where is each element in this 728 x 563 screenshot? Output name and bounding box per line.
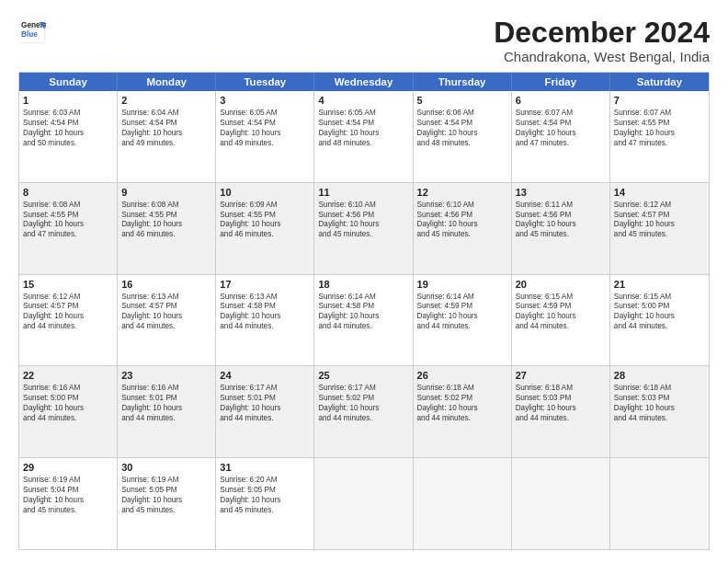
cell-text-20: Sunrise: 6:15 AM Sunset: 4:59 PM Dayligh…: [516, 293, 606, 332]
cal-cell-2-3: 18Sunrise: 6:14 AM Sunset: 4:58 PM Dayli…: [314, 275, 413, 366]
cell-text-25: Sunrise: 6:17 AM Sunset: 5:02 PM Dayligh…: [318, 384, 408, 423]
cal-row-1: 8Sunrise: 6:08 AM Sunset: 4:55 PM Daylig…: [19, 183, 709, 275]
cell-text-2: Sunrise: 6:04 AM Sunset: 4:54 PM Dayligh…: [121, 109, 211, 148]
cell-text-13: Sunrise: 6:11 AM Sunset: 4:56 PM Dayligh…: [516, 201, 606, 240]
day-number-7: 7: [614, 94, 705, 108]
cal-cell-3-2: 24Sunrise: 6:17 AM Sunset: 5:01 PM Dayli…: [216, 366, 314, 457]
day-number-28: 28: [614, 369, 705, 383]
general-blue-logo-icon: General Blue: [18, 17, 46, 44]
cell-text-14: Sunrise: 6:12 AM Sunset: 4:57 PM Dayligh…: [614, 201, 705, 240]
header: General Blue December 2024 Chandrakona, …: [18, 17, 710, 64]
day-number-6: 6: [516, 94, 606, 108]
cell-text-27: Sunrise: 6:18 AM Sunset: 5:03 PM Dayligh…: [516, 384, 606, 423]
cal-cell-4-3: [314, 458, 413, 549]
day-number-19: 19: [417, 278, 507, 292]
cal-cell-3-5: 27Sunrise: 6:18 AM Sunset: 5:03 PM Dayli…: [512, 366, 610, 457]
cal-cell-0-2: 3Sunrise: 6:05 AM Sunset: 4:54 PM Daylig…: [216, 91, 314, 182]
cell-text-12: Sunrise: 6:10 AM Sunset: 4:56 PM Dayligh…: [417, 201, 507, 240]
header-friday: Friday: [512, 73, 610, 91]
cal-cell-3-6: 28Sunrise: 6:18 AM Sunset: 5:03 PM Dayli…: [610, 366, 709, 457]
day-number-20: 20: [516, 278, 606, 292]
cell-text-16: Sunrise: 6:13 AM Sunset: 4:57 PM Dayligh…: [121, 293, 211, 332]
cal-cell-1-4: 12Sunrise: 6:10 AM Sunset: 4:56 PM Dayli…: [414, 183, 512, 274]
cell-text-17: Sunrise: 6:13 AM Sunset: 4:58 PM Dayligh…: [220, 293, 310, 332]
cell-text-9: Sunrise: 6:08 AM Sunset: 4:55 PM Dayligh…: [121, 201, 211, 240]
cal-cell-3-4: 26Sunrise: 6:18 AM Sunset: 5:02 PM Dayli…: [414, 366, 512, 457]
cell-text-29: Sunrise: 6:19 AM Sunset: 5:04 PM Dayligh…: [23, 476, 113, 515]
title-area: December 2024 Chandrakona, West Bengal, …: [494, 17, 710, 64]
cal-cell-0-1: 2Sunrise: 6:04 AM Sunset: 4:54 PM Daylig…: [118, 91, 216, 182]
cell-text-4: Sunrise: 6:05 AM Sunset: 4:54 PM Dayligh…: [318, 109, 408, 148]
header-sunday: Sunday: [19, 73, 118, 91]
day-number-18: 18: [318, 278, 408, 292]
day-number-12: 12: [417, 186, 507, 200]
header-monday: Monday: [118, 73, 216, 91]
cell-text-8: Sunrise: 6:08 AM Sunset: 4:55 PM Dayligh…: [23, 201, 113, 240]
day-number-27: 27: [516, 369, 606, 383]
cal-cell-3-3: 25Sunrise: 6:17 AM Sunset: 5:02 PM Dayli…: [314, 366, 413, 457]
cal-cell-1-2: 10Sunrise: 6:09 AM Sunset: 4:55 PM Dayli…: [216, 183, 314, 274]
cal-cell-1-3: 11Sunrise: 6:10 AM Sunset: 4:56 PM Dayli…: [314, 183, 413, 274]
header-tuesday: Tuesday: [216, 73, 314, 91]
cell-text-22: Sunrise: 6:16 AM Sunset: 5:00 PM Dayligh…: [23, 384, 113, 423]
svg-text:Blue: Blue: [21, 30, 38, 39]
day-number-5: 5: [417, 94, 507, 108]
day-number-17: 17: [220, 278, 310, 292]
cell-text-7: Sunrise: 6:07 AM Sunset: 4:55 PM Dayligh…: [614, 109, 705, 148]
cal-row-4: 29Sunrise: 6:19 AM Sunset: 5:04 PM Dayli…: [19, 458, 709, 549]
cell-text-28: Sunrise: 6:18 AM Sunset: 5:03 PM Dayligh…: [614, 384, 705, 423]
day-number-16: 16: [121, 278, 211, 292]
cal-row-0: 1Sunrise: 6:03 AM Sunset: 4:54 PM Daylig…: [19, 91, 709, 183]
header-thursday: Thursday: [414, 73, 512, 91]
cell-text-21: Sunrise: 6:15 AM Sunset: 5:00 PM Dayligh…: [614, 293, 705, 332]
header-saturday: Saturday: [610, 73, 709, 91]
cal-cell-2-1: 16Sunrise: 6:13 AM Sunset: 4:57 PM Dayli…: [118, 275, 216, 366]
main-title: December 2024: [494, 17, 710, 49]
cell-text-24: Sunrise: 6:17 AM Sunset: 5:01 PM Dayligh…: [220, 384, 310, 423]
cell-text-1: Sunrise: 6:03 AM Sunset: 4:54 PM Dayligh…: [23, 109, 113, 148]
day-number-11: 11: [318, 186, 408, 200]
cal-cell-3-1: 23Sunrise: 6:16 AM Sunset: 5:01 PM Dayli…: [118, 366, 216, 457]
day-number-26: 26: [417, 369, 507, 383]
cell-text-19: Sunrise: 6:14 AM Sunset: 4:59 PM Dayligh…: [417, 293, 507, 332]
cal-cell-4-5: [512, 458, 610, 549]
cal-cell-0-5: 6Sunrise: 6:07 AM Sunset: 4:54 PM Daylig…: [512, 91, 610, 182]
cell-text-30: Sunrise: 6:19 AM Sunset: 5:05 PM Dayligh…: [121, 476, 211, 515]
cal-cell-1-5: 13Sunrise: 6:11 AM Sunset: 4:56 PM Dayli…: [512, 183, 610, 274]
day-number-30: 30: [121, 461, 211, 475]
day-number-31: 31: [220, 461, 310, 475]
cal-cell-2-4: 19Sunrise: 6:14 AM Sunset: 4:59 PM Dayli…: [414, 275, 512, 366]
logo: General Blue: [18, 17, 50, 44]
cal-cell-4-2: 31Sunrise: 6:20 AM Sunset: 5:05 PM Dayli…: [216, 458, 314, 549]
cell-text-31: Sunrise: 6:20 AM Sunset: 5:05 PM Dayligh…: [220, 476, 310, 515]
day-number-21: 21: [614, 278, 705, 292]
day-number-25: 25: [318, 369, 408, 383]
day-number-4: 4: [318, 94, 408, 108]
cal-cell-0-0: 1Sunrise: 6:03 AM Sunset: 4:54 PM Daylig…: [19, 91, 118, 182]
subtitle: Chandrakona, West Bengal, India: [494, 49, 710, 64]
day-number-1: 1: [23, 94, 113, 108]
cal-cell-4-6: [610, 458, 709, 549]
cell-text-18: Sunrise: 6:14 AM Sunset: 4:58 PM Dayligh…: [318, 293, 408, 332]
day-number-2: 2: [121, 94, 211, 108]
cell-text-10: Sunrise: 6:09 AM Sunset: 4:55 PM Dayligh…: [220, 201, 310, 240]
cell-text-23: Sunrise: 6:16 AM Sunset: 5:01 PM Dayligh…: [121, 384, 211, 423]
cal-cell-1-6: 14Sunrise: 6:12 AM Sunset: 4:57 PM Dayli…: [610, 183, 709, 274]
day-number-3: 3: [220, 94, 310, 108]
header-wednesday: Wednesday: [314, 73, 413, 91]
day-number-15: 15: [23, 278, 113, 292]
day-number-29: 29: [23, 461, 113, 475]
day-number-8: 8: [23, 186, 113, 200]
page: General Blue December 2024 Chandrakona, …: [0, 0, 728, 563]
cal-cell-2-2: 17Sunrise: 6:13 AM Sunset: 4:58 PM Dayli…: [216, 275, 314, 366]
cal-cell-4-0: 29Sunrise: 6:19 AM Sunset: 5:04 PM Dayli…: [19, 458, 118, 549]
cal-cell-1-0: 8Sunrise: 6:08 AM Sunset: 4:55 PM Daylig…: [19, 183, 118, 274]
cal-row-2: 15Sunrise: 6:12 AM Sunset: 4:57 PM Dayli…: [19, 275, 709, 367]
cell-text-3: Sunrise: 6:05 AM Sunset: 4:54 PM Dayligh…: [220, 109, 310, 148]
day-number-24: 24: [220, 369, 310, 383]
cell-text-26: Sunrise: 6:18 AM Sunset: 5:02 PM Dayligh…: [417, 384, 507, 423]
day-number-10: 10: [220, 186, 310, 200]
cell-text-6: Sunrise: 6:07 AM Sunset: 4:54 PM Dayligh…: [516, 109, 606, 148]
cal-cell-0-3: 4Sunrise: 6:05 AM Sunset: 4:54 PM Daylig…: [314, 91, 413, 182]
cal-cell-2-5: 20Sunrise: 6:15 AM Sunset: 4:59 PM Dayli…: [512, 275, 610, 366]
